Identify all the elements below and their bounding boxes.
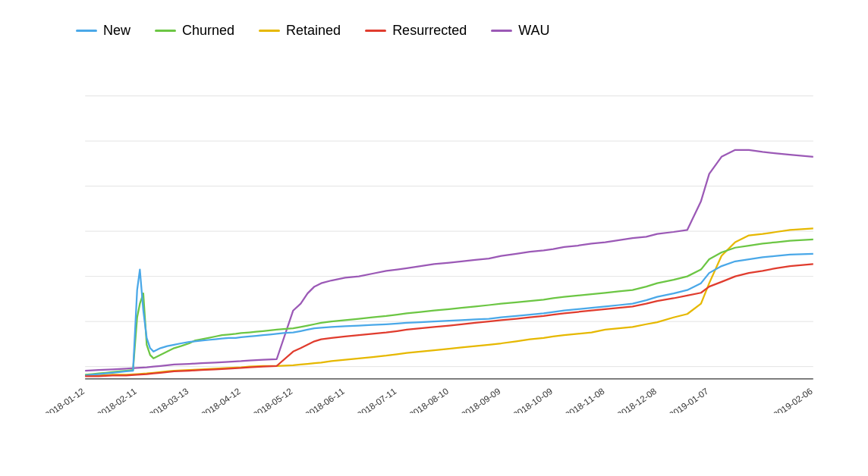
svg-text:2018-11-08: 2018-11-08 <box>563 386 606 413</box>
legend-item-wau: WAU <box>491 23 549 39</box>
svg-text:2019-01-07: 2019-01-07 <box>667 386 710 413</box>
line-chart: 2018-01-12 2018-02-11 2018-03-13 2018-04… <box>46 51 853 413</box>
x-axis-labels: 2018-01-12 2018-02-11 2018-03-13 2018-04… <box>46 386 814 413</box>
legend-line-resurrected <box>365 30 386 32</box>
svg-text:2018-10-09: 2018-10-09 <box>511 386 555 413</box>
chart-container: New Churned Retained Resurrected WAU <box>0 0 868 476</box>
svg-text:2018-07-11: 2018-07-11 <box>355 386 398 413</box>
svg-text:2018-02-11: 2018-02-11 <box>95 386 138 413</box>
legend-item-retained: Retained <box>259 23 341 39</box>
legend-item-new: New <box>76 23 131 39</box>
legend-label-wau: WAU <box>518 23 549 39</box>
legend-label-retained: Retained <box>286 23 341 39</box>
legend-item-resurrected: Resurrected <box>365 23 467 39</box>
new-line <box>85 254 813 376</box>
svg-text:2018-08-10: 2018-08-10 <box>407 386 451 413</box>
legend-label-churned: Churned <box>182 23 234 39</box>
chart-legend: New Churned Retained Resurrected WAU <box>46 15 853 51</box>
svg-text:2018-09-09: 2018-09-09 <box>459 386 502 413</box>
legend-line-new <box>76 30 97 32</box>
legend-label-resurrected: Resurrected <box>392 23 467 39</box>
legend-line-retained <box>259 30 280 32</box>
legend-item-churned: Churned <box>155 23 234 39</box>
legend-label-new: New <box>103 23 131 39</box>
svg-text:2019-02-06: 2019-02-06 <box>771 386 814 413</box>
svg-text:2018-12-08: 2018-12-08 <box>615 386 659 413</box>
svg-text:2018-04-12: 2018-04-12 <box>199 386 242 413</box>
wau-line <box>85 150 813 371</box>
svg-text:2018-01-12: 2018-01-12 <box>46 386 86 413</box>
legend-line-wau <box>491 30 512 32</box>
svg-text:2018-03-13: 2018-03-13 <box>147 386 190 413</box>
svg-text:2018-05-12: 2018-05-12 <box>251 386 294 413</box>
svg-text:2018-06-11: 2018-06-11 <box>303 386 346 413</box>
legend-line-churned <box>155 30 176 32</box>
churned-line <box>85 240 813 375</box>
retained-line <box>85 228 813 375</box>
